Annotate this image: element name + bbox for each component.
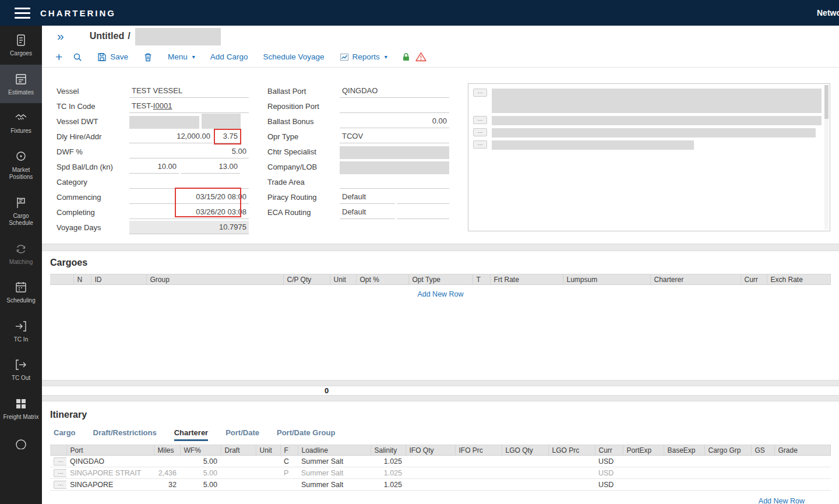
address-commission-field[interactable]: 3.75: [215, 130, 240, 143]
commencing-field[interactable]: 03/15/20 08:00: [129, 191, 249, 204]
completing-label: Completing: [57, 208, 129, 217]
app-title: CHARTERING: [40, 8, 116, 18]
row-menu-icon[interactable]: ···: [54, 457, 66, 466]
cargoes-add-new-row-link[interactable]: Add New Row: [417, 290, 463, 298]
tab-port-date[interactable]: Port/Date: [225, 428, 259, 441]
sidebar-item-tc-out[interactable]: TC Out: [0, 350, 42, 389]
sidebar-item-estimates[interactable]: Estimates: [0, 65, 42, 104]
daily-hire-field[interactable]: 12,000.00: [129, 130, 213, 143]
panel-scrollbar[interactable]: [824, 85, 829, 230]
estimate-details-form: Vessel TEST VESSEL TC In Code TEST-I0001…: [42, 68, 839, 244]
row-menu-icon[interactable]: ···: [54, 469, 66, 477]
pnl-summary-panel: ··· ··· ··· ···: [468, 83, 830, 231]
plus-icon: +: [55, 52, 62, 62]
itinerary-grid: Port Miles WF% Draft Unit F Loadline Sal…: [50, 445, 831, 491]
breadcrumb-separator: /: [128, 31, 130, 41]
tab-port-date-group[interactable]: Port/Date Group: [277, 428, 335, 441]
row-menu-icon[interactable]: ···: [473, 128, 487, 136]
circle-icon: [14, 435, 28, 449]
row-menu-icon[interactable]: ···: [473, 140, 487, 149]
piracy-routing-field[interactable]: Default: [340, 191, 395, 204]
hamburger-menu-icon[interactable]: [15, 8, 30, 19]
tab-draft-restrictions[interactable]: Draft/Restrictions: [93, 428, 157, 441]
redacted-summary-row: [492, 116, 822, 125]
cargoes-section: Cargoes N ID Group C/P Qty Unit Opt % Op…: [42, 251, 839, 299]
dwf-field[interactable]: 5.00: [129, 145, 249, 158]
cargoes-grid: N ID Group C/P Qty Unit Opt % Opt Type T…: [50, 274, 831, 285]
schedule-voyage-button[interactable]: Schedule Voyage: [263, 52, 324, 61]
speed-ballast-field[interactable]: 10.00: [129, 160, 179, 174]
sidebar-item-label: TC In: [14, 336, 28, 344]
reports-dropdown-button[interactable]: Reports▾: [340, 52, 387, 62]
tc-in-code-link[interactable]: I0001: [153, 101, 172, 110]
tab-cargo[interactable]: Cargo: [54, 428, 76, 441]
redacted-company-lob: [340, 161, 449, 174]
itinerary-header-row: Port Miles WF% Draft Unit F Loadline Sal…: [50, 445, 831, 456]
itinerary-add-new-row-link[interactable]: Add New Row: [759, 497, 805, 504]
eca-routing-field[interactable]: Default: [340, 206, 395, 219]
horizontal-scrollbar-middle[interactable]: [42, 380, 839, 386]
sidebar-item-scheduling[interactable]: Scheduling: [0, 273, 42, 312]
opr-type-label: Opr Type: [267, 132, 340, 141]
speed-laden-field[interactable]: 13.00: [181, 160, 240, 174]
sidebar-item-label: Cargoes: [10, 50, 32, 58]
ballast-bonus-field[interactable]: 0.00: [340, 115, 449, 128]
category-field[interactable]: [129, 175, 249, 189]
sidebar-item-partial[interactable]: [0, 428, 42, 456]
grid-icon: [14, 397, 28, 411]
itinerary-row-singapore[interactable]: ··· SINGAPORE 32 5.00 Summer Salt 1.025: [50, 479, 831, 491]
completing-field[interactable]: 03/26/20 03:08: [129, 206, 249, 219]
topbar-network-label[interactable]: Netwo: [817, 8, 839, 17]
delete-button[interactable]: [143, 52, 153, 62]
tc-out-icon: [14, 358, 28, 372]
sidebar-item-cargo-schedule[interactable]: Cargo Schedule: [0, 188, 42, 234]
piracy-routing-extra-field[interactable]: [397, 191, 449, 204]
redacted-summary-row: [492, 140, 694, 150]
ballast-port-label: Ballast Port: [267, 87, 340, 96]
expand-panel-icon[interactable]: »: [54, 30, 68, 42]
voyage-days-field: 10.7975: [129, 221, 249, 234]
ballast-port-field[interactable]: QINGDAO: [340, 84, 449, 98]
itinerary-handle-header: [50, 445, 66, 456]
itinerary-row-qingdao[interactable]: ··· QINGDAO 5.00 C Summer Salt 1.025: [50, 456, 831, 467]
validation-warning-button[interactable]: [415, 52, 426, 62]
tab-charterer[interactable]: Charterer: [174, 428, 209, 441]
sidebar-item-fixtures[interactable]: Fixtures: [0, 103, 42, 142]
category-label: Category: [57, 178, 129, 186]
estimate-toolbar: + Save Menu▾ Add Cargo Schedule Voyage R…: [42, 47, 839, 68]
search-button[interactable]: [73, 52, 82, 62]
chtr-specialist-label: Chtr Specialist: [267, 147, 340, 156]
row-menu-icon[interactable]: ···: [54, 481, 66, 489]
vessel-field[interactable]: TEST VESSEL: [129, 84, 249, 98]
dly-hire-addr-label: Dly Hire/Addr: [57, 132, 129, 141]
horizontal-scrollbar-lower[interactable]: [42, 395, 839, 401]
horizontal-scrollbar-top[interactable]: [42, 244, 839, 251]
totals-row: 0: [42, 386, 839, 395]
eca-routing-extra-field[interactable]: [397, 206, 449, 219]
cargoes-heading: Cargoes: [50, 258, 831, 268]
sidebar-item-tc-in[interactable]: TC In: [0, 312, 42, 351]
add-cargo-button[interactable]: Add Cargo: [210, 52, 248, 61]
lock-status-button[interactable]: [401, 52, 411, 62]
tc-in-code-field[interactable]: TEST-I0001: [129, 100, 249, 113]
sidebar-item-cargoes[interactable]: Cargoes: [0, 26, 42, 65]
sidebar-item-freight-matrix[interactable]: Freight Matrix: [0, 389, 42, 428]
sidebar-item-label: Freight Matrix: [3, 414, 38, 421]
opr-type-field[interactable]: TCOV: [340, 130, 449, 143]
sidebar-item-matching[interactable]: Matching: [0, 234, 42, 273]
calendar-icon: [14, 280, 28, 294]
menu-dropdown-button[interactable]: Menu▾: [168, 52, 195, 61]
trade-area-field[interactable]: [340, 175, 449, 189]
trash-icon: [143, 52, 153, 62]
itinerary-row-singapore-strait[interactable]: ··· SINGAPORE STRAIT 2,436 5.00 P Summer…: [50, 467, 831, 479]
reposition-port-field[interactable]: [340, 100, 449, 113]
row-menu-icon[interactable]: ···: [473, 89, 487, 97]
new-estimate-button[interactable]: +: [55, 52, 62, 62]
report-chart-icon: [340, 52, 349, 62]
save-button[interactable]: Save: [97, 52, 128, 62]
sidebar-item-market-positions[interactable]: Market Positions: [0, 142, 42, 188]
row-menu-icon[interactable]: ···: [473, 116, 487, 124]
vessel-dwt-label: Vessel DWT: [57, 117, 129, 126]
page-title: Untitled: [90, 31, 125, 41]
estimates-icon: [14, 72, 28, 86]
